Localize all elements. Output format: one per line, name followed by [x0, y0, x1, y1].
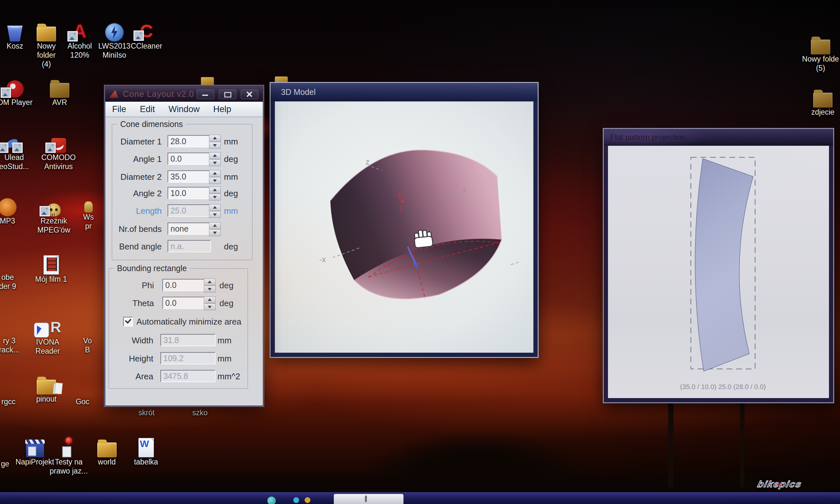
group-title: Cone dimensions	[117, 120, 186, 129]
diameter2-spinner[interactable]	[209, 170, 221, 183]
phi-spinner[interactable]	[204, 278, 216, 292]
image-badge-icon	[134, 31, 144, 41]
desktop-icon-vo-b[interactable]: VoB	[78, 336, 97, 354]
desktop-icon-world[interactable]: world	[91, 435, 122, 466]
image-badge-icon	[67, 31, 78, 41]
window-title: Flat pattern projection	[610, 133, 685, 142]
pole-silhouette	[668, 402, 673, 487]
desktop-icon-goc[interactable]: Goc	[69, 397, 96, 406]
traffic-light-icon	[67, 438, 71, 457]
image-badge-icon	[46, 143, 56, 153]
bikepics-watermark: bikepics	[756, 479, 803, 489]
diameter2-input[interactable]: 35.0	[168, 170, 211, 183]
photographed-desktop: Kosz Nowy folder(4) A Alcohol120% LWS201…	[0, 0, 840, 504]
word-document-icon: W	[138, 438, 154, 457]
desktop-icon-ulead[interactable]: UleadeoStud...	[0, 130, 33, 171]
desktop-icon-ws-pr[interactable]: Wspr	[77, 194, 100, 231]
desktop-icon-kosz[interactable]: Kosz	[2, 19, 28, 51]
desktop-icon-nowy-folder-4[interactable]: Nowy folder(4)	[29, 19, 64, 69]
window-title: 3D Model	[281, 88, 316, 97]
taskbar[interactable]	[0, 492, 840, 504]
angle1-spinner[interactable]	[209, 152, 221, 165]
image-badge-icon	[0, 143, 8, 153]
desktop-icon-avr[interactable]: AVR	[45, 75, 74, 107]
tray-icon[interactable]	[293, 497, 299, 503]
desktop-icon-rzeznik[interactable]: RzeźnikMPEG'ów	[30, 194, 78, 234]
desktop-icon-ivona-reader[interactable]: R IVONAReader	[29, 315, 67, 356]
cone-app-icon	[109, 90, 118, 98]
menu-window[interactable]: Window	[162, 104, 207, 114]
statue-icon	[84, 201, 93, 213]
menu-edit[interactable]: Edit	[133, 104, 162, 114]
desktop-icon-rgcc[interactable]: rgcc	[0, 397, 21, 406]
3d-model-window: 3D Model	[269, 82, 539, 358]
folder-icon	[811, 39, 830, 54]
desktop-icon-pinout[interactable]: pinout	[29, 372, 64, 403]
mp3-disc-icon	[0, 198, 17, 216]
angle1-input[interactable]: 0.0	[168, 152, 211, 165]
pole-silhouette	[740, 402, 745, 487]
desktop-icon-moj-film-1[interactable]: Mój film 1	[29, 252, 73, 284]
angle2-spinner[interactable]	[209, 186, 221, 200]
desktop-icon-nowy-folder-5[interactable]: Nowy folde(5)	[801, 32, 840, 73]
taskbar-button[interactable]	[334, 494, 403, 504]
flat-window-titlebar[interactable]: Flat pattern projection	[604, 129, 833, 146]
length-spinner[interactable]	[209, 204, 221, 217]
desktop-icon-comodo[interactable]: COMODOAntivirus	[38, 130, 79, 171]
flat-pattern-viewport[interactable]: (35.0 / 10.0) 25.0 (28.0 / 0.0)	[608, 146, 829, 398]
desktop-icon-ge[interactable]: ge	[0, 459, 14, 468]
width-output: 31.8	[160, 334, 215, 346]
bends-input[interactable]: none	[168, 222, 211, 235]
group-title: Bounding rectangle	[114, 264, 190, 273]
theta-spinner[interactable]	[204, 296, 216, 310]
tray-icon[interactable]	[267, 497, 276, 504]
desktop-icon-obe-der9[interactable]: obeder 9	[0, 273, 20, 291]
cone-3d-figure: -Y x -x z	[275, 102, 533, 353]
phi-input[interactable]: 0.0	[162, 279, 206, 291]
cone-layout-window: Cone Layout v2.0 File Edit Window Help C…	[104, 85, 264, 407]
theta-input[interactable]: 0.0	[162, 297, 206, 309]
bend-angle-input[interactable]: n.a.	[168, 240, 211, 252]
diameter1-input[interactable]: 28.0	[168, 135, 211, 147]
cone-window-titlebar[interactable]: Cone Layout v2.0	[105, 86, 263, 102]
desktop-icon-testy[interactable]: Testy naprawo jaz...	[49, 435, 88, 475]
folder-icon	[37, 26, 56, 41]
form-row-width: Width 31.8 mm	[105, 334, 263, 347]
form-row-angle2: Angle 2 10.0 deg	[105, 187, 263, 200]
form-row-phi: Phi 0.0 deg	[105, 279, 263, 292]
menu-help[interactable]: Help	[207, 104, 238, 114]
axis-label-neg-x: -x	[319, 255, 326, 264]
desktop-icon-szko[interactable]: szko	[186, 408, 214, 417]
desktop-icon-om-player[interactable]: OM Player	[0, 75, 34, 107]
desktop-icon-alcohol-120[interactable]: A Alcohol120%	[64, 19, 96, 59]
ivona-icon	[34, 323, 49, 338]
desktop-icon-lws2013[interactable]: LWS2013MiniIso	[97, 19, 132, 59]
form-row-theta: Theta 0.0 deg	[105, 297, 263, 310]
image-badge-icon	[1, 88, 11, 98]
model-window-titlebar[interactable]: 3D Model	[270, 83, 538, 102]
desktop-icon-tabelka[interactable]: W tabelka	[129, 435, 163, 466]
image-badge-icon	[12, 143, 23, 153]
field-label: Diameter 1	[105, 137, 162, 147]
diameter1-spinner[interactable]	[209, 134, 221, 148]
tray-icon[interactable]	[304, 497, 311, 503]
length-input[interactable]: 25.0	[168, 204, 211, 217]
desktop-icon-ccleaner[interactable]: C CCleaner	[130, 19, 163, 51]
close-button[interactable]	[241, 89, 258, 99]
3d-viewport[interactable]: -Y x -x z	[275, 102, 533, 353]
desktop-icon-zdjecie[interactable]: zdjecie	[806, 85, 840, 116]
horizon-ground	[0, 470, 840, 493]
desktop-icon-mp3[interactable]: MP3	[0, 194, 21, 226]
desktop-icon-ry3-rack[interactable]: ry 3rack...	[0, 336, 23, 354]
auto-minimize-checkbox[interactable]	[123, 317, 133, 326]
icon-label: Kosz	[2, 41, 28, 51]
angle2-input[interactable]: 10.0	[168, 187, 211, 199]
desktop-icon-skrot[interactable]: skrót	[130, 408, 163, 417]
maximize-button[interactable]	[219, 89, 236, 99]
minimize-button[interactable]	[197, 89, 214, 99]
menu-file[interactable]: File	[105, 104, 133, 114]
folder-icon	[97, 443, 117, 457]
letter-w-icon: W	[140, 438, 149, 449]
bends-spinner[interactable]	[209, 222, 221, 235]
menu-bar: File Edit Window Help	[105, 102, 263, 117]
